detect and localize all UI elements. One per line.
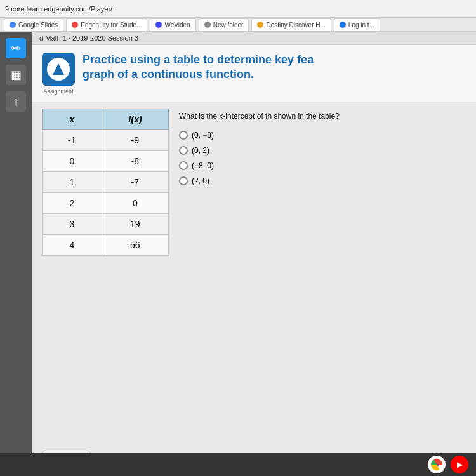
- svg-marker-0: [53, 63, 64, 75]
- radio-circle-1[interactable]: [179, 146, 188, 155]
- table-row: 1 -7: [43, 172, 169, 193]
- table-row: 0 -8: [43, 151, 169, 172]
- radio-circle-3[interactable]: [179, 176, 188, 185]
- tab-edgenuity[interactable]: Edgenuity for Stude...: [66, 18, 147, 31]
- main-area: ✏ ▦ ↑ d Math 1 · 2019-2020 Session 3 Ass…: [0, 32, 476, 476]
- taskbar-google-button[interactable]: [428, 456, 446, 473]
- table-col-fx-header: f(x): [102, 109, 168, 130]
- assignment-header: Assignment Practice using a table to det…: [32, 45, 476, 102]
- radio-circle-2[interactable]: [179, 161, 188, 170]
- edgenuity-icon: [72, 22, 78, 28]
- breadcrumb: d Math 1 · 2019-2020 Session 3: [32, 32, 476, 45]
- assignment-icon-container: Assignment: [42, 53, 75, 95]
- table-cell-x: 1: [43, 172, 102, 193]
- assignment-icon-inner: [47, 58, 70, 81]
- tab-destiny-label: Destiny Discover H...: [266, 22, 325, 29]
- up-arrow-button[interactable]: ↑: [6, 91, 26, 112]
- table-cell-x: 0: [43, 151, 102, 172]
- answer-option-0[interactable]: (0, −8): [179, 131, 466, 140]
- google-chrome-icon: [431, 459, 442, 470]
- tab-new-folder[interactable]: New folder: [199, 18, 249, 31]
- table-cell-fx: 19: [102, 214, 168, 235]
- assignment-svg-icon: [51, 62, 65, 76]
- question-text: What is the x-intercept of th shown in t…: [179, 111, 466, 122]
- sidebar: ✏ ▦ ↑: [0, 32, 32, 476]
- radio-circle-0[interactable]: [179, 131, 188, 140]
- table-row: 3 19: [43, 214, 169, 235]
- question-section: What is the x-intercept of th shown in t…: [179, 109, 466, 437]
- table-cell-x: 4: [43, 235, 102, 256]
- url-text: 9.core.learn.edgenuity.com/Player/: [5, 5, 112, 13]
- google-slides-icon: [10, 22, 16, 28]
- content-panel: d Math 1 · 2019-2020 Session 3 Assignmen…: [32, 32, 476, 476]
- tab-google-slides-label: Google Slides: [18, 22, 58, 29]
- login-icon: [340, 22, 346, 28]
- exercise-area: x f(x) -1 -9 0 -8 1 -7 2 0 3 19 4 56: [32, 102, 476, 443]
- function-table: x f(x) -1 -9 0 -8 1 -7 2 0 3 19 4 56: [42, 109, 169, 256]
- table-cell-x: 2: [43, 193, 102, 214]
- table-cell-fx: -9: [102, 130, 168, 151]
- tab-wevideo-label: WeVideo: [164, 22, 190, 29]
- pencil-tool-button[interactable]: ✏: [6, 38, 26, 58]
- tab-edgenuity-label: Edgenuity for Stude...: [81, 22, 142, 29]
- function-table-section: x f(x) -1 -9 0 -8 1 -7 2 0 3 19 4 56: [42, 109, 169, 437]
- answer-option-label-0: (0, −8): [192, 131, 214, 140]
- wevideo-icon: [155, 22, 162, 28]
- answer-option-label-1: (0, 2): [192, 146, 209, 155]
- table-cell-fx: 0: [102, 193, 168, 214]
- taskbar: ▶: [0, 453, 476, 476]
- answer-option-label-2: (−8, 0): [192, 161, 214, 170]
- assignment-label: Assignment: [43, 88, 73, 95]
- table-cell-fx: -7: [102, 172, 168, 193]
- assignment-title-line2: graph of a continuous function.: [83, 67, 314, 82]
- tab-login[interactable]: Log in t...: [334, 18, 380, 31]
- tab-destiny[interactable]: Destiny Discover H...: [251, 18, 331, 31]
- table-row: 4 56: [43, 235, 169, 256]
- assignment-title-block: Practice using a table to determine key …: [83, 53, 314, 83]
- table-cell-fx: 56: [102, 235, 168, 256]
- answer-option-1[interactable]: (0, 2): [179, 146, 466, 155]
- table-cell-x: 3: [43, 214, 102, 235]
- answer-option-2[interactable]: (−8, 0): [179, 161, 466, 170]
- calculator-button[interactable]: ▦: [6, 65, 26, 85]
- answer-option-3[interactable]: (2, 0): [179, 176, 466, 185]
- taskbar-youtube-button[interactable]: ▶: [451, 456, 468, 473]
- new-folder-icon: [204, 22, 211, 28]
- assignment-title-line1: Practice using a table to determine key …: [83, 53, 314, 67]
- table-row: -1 -9: [43, 130, 169, 151]
- tab-new-folder-label: New folder: [213, 22, 244, 29]
- assignment-icon-box: [42, 53, 75, 86]
- table-col-x-header: x: [43, 109, 102, 130]
- tab-google-slides[interactable]: Google Slides: [4, 18, 63, 31]
- tab-wevideo[interactable]: WeVideo: [150, 18, 195, 31]
- url-bar[interactable]: 9.core.learn.edgenuity.com/Player/: [0, 0, 476, 18]
- breadcrumb-text: d Math 1 · 2019-2020 Session 3: [39, 34, 138, 42]
- answer-options-container: (0, −8) (0, 2) (−8, 0) (2, 0): [179, 131, 466, 185]
- table-row: 2 0: [43, 193, 169, 214]
- answer-option-label-3: (2, 0): [192, 176, 209, 185]
- table-cell-fx: -8: [102, 151, 168, 172]
- destiny-icon: [257, 22, 263, 28]
- table-cell-x: -1: [43, 130, 102, 151]
- tabs-bar: Google Slides Edgenuity for Stude... WeV…: [0, 18, 476, 32]
- tab-login-label: Log in t...: [348, 22, 374, 29]
